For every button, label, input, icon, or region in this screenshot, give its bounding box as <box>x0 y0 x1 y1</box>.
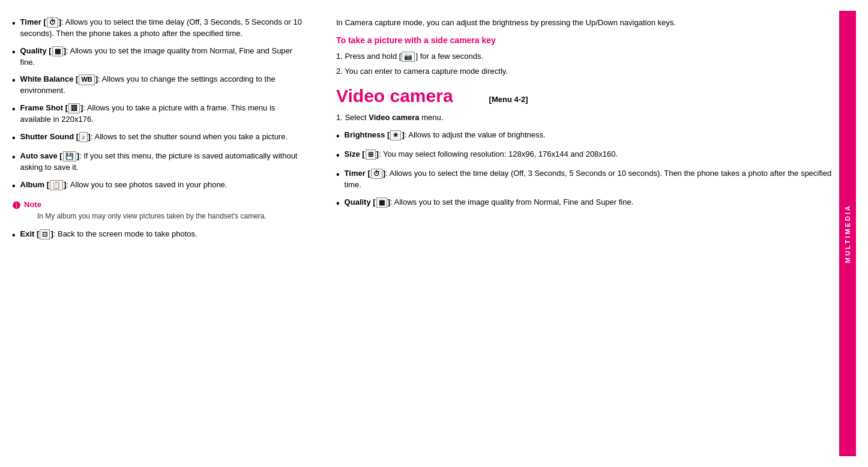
list-item: Timer [⏱]: Allows you to select the time… <box>12 17 306 40</box>
video-camera-list: Brightness [☀]: Allows to adjust the val… <box>336 130 839 210</box>
side-camera-steps: 1. Press and hold [📷] for a few seconds.… <box>336 51 839 77</box>
note-content: Note In My album you may only view pictu… <box>24 200 267 221</box>
item-label: Timer [⏱] <box>20 17 61 26</box>
right-column: In Camera capture mode, you can adjust t… <box>324 11 839 456</box>
camera-key-icon: 📷 <box>402 52 415 62</box>
item-label: Brightness [☀] <box>345 130 405 139</box>
item-text: Size [⊞]: You may select following resol… <box>345 149 618 160</box>
exit-icon: ⊡ <box>40 229 50 240</box>
item-label: Quality [▦] <box>345 197 390 206</box>
item-label: Size [⊞] <box>345 149 379 158</box>
note-icon: ❶ <box>12 200 20 211</box>
video-camera-bold: Video camera <box>369 113 419 122</box>
brightness-icon: ☀ <box>390 130 401 140</box>
left-bullet-list: Timer [⏱]: Allows you to select the time… <box>12 17 306 193</box>
list-item: Frame Shot [🖼]: Allows you to take a pic… <box>12 103 306 125</box>
video-camera-title: Video camera <box>336 86 453 106</box>
item-label: Timer [⏱] <box>345 169 385 178</box>
item-text: Album [📋]: Allow you to see photos saved… <box>20 179 228 191</box>
sidebar: MULTIMEDIA <box>839 11 856 456</box>
note-label: Note <box>24 200 41 209</box>
quality2-icon: ▦ <box>376 197 387 208</box>
item-text: Quality [▦]: Allows you to set the image… <box>345 197 634 208</box>
intro-text: In Camera capture mode, you can adjust t… <box>336 17 839 29</box>
note-body: In My album you may only view pictures t… <box>37 211 267 221</box>
list-item: Quality [▦]: Allows you to set the image… <box>336 197 839 210</box>
item-text: Timer [⏱]: Allows you to select the time… <box>345 168 839 191</box>
video-camera-header: Video camera [Menu 4-2] <box>336 86 839 106</box>
timer2-icon: ⏱ <box>371 169 382 179</box>
menu-tag: [Menu 4-2] <box>489 95 528 104</box>
item-text: White Balance [WB]: Allows you to change… <box>20 74 306 97</box>
item-label: Exit [⊡] <box>20 229 53 238</box>
note-section: ❶ Note In My album you may only view pic… <box>12 200 306 221</box>
item-text: Brightness [☀]: Allows to adjust the val… <box>345 130 546 141</box>
item-label: Album [📋] <box>20 180 67 189</box>
item-label: Quality [▦] <box>20 46 66 55</box>
list-item: 2. You can enter to camera capture mode … <box>336 66 839 77</box>
list-item: 1. Select Video camera menu. <box>336 112 839 124</box>
list-item: Quality [▦]: Allows you to set the image… <box>12 46 306 68</box>
item-label: Auto save [💾] <box>20 151 79 160</box>
item-label: White Balance [WB] <box>20 74 98 83</box>
list-item: Album [📋]: Allow you to see photos saved… <box>12 179 306 193</box>
size-icon: ⊞ <box>366 149 376 160</box>
item-label: Frame Shot [🖼] <box>20 103 83 112</box>
album-icon: 📋 <box>50 180 63 190</box>
item-text: Shutter Sound [♪]: Allows to set the shu… <box>20 131 288 143</box>
item-label: Shutter Sound [♪] <box>20 132 91 141</box>
shutter-icon: ♪ <box>79 132 88 142</box>
list-item: Timer [⏱]: Allows you to select the time… <box>336 168 839 191</box>
video-step1: 1. Select Video camera menu. <box>336 112 839 124</box>
sidebar-label: MULTIMEDIA <box>844 204 851 263</box>
item-text: Auto save [💾]: If you set this menu, the… <box>20 151 306 173</box>
list-item: 1. Press and hold [📷] for a few seconds. <box>336 51 839 62</box>
wb-icon: WB <box>79 74 94 85</box>
list-item: Shutter Sound [♪]: Allows to set the shu… <box>12 131 306 145</box>
exit-list: Exit [⊡]: Back to the screen mode to tak… <box>12 229 306 242</box>
item-text: Timer [⏱]: Allows you to select the time… <box>20 17 306 40</box>
quality-icon: ▦ <box>52 46 63 56</box>
list-item: White Balance [WB]: Allows you to change… <box>12 74 306 97</box>
timer-icon: ⏱ <box>47 17 58 28</box>
item-text: Frame Shot [🖼]: Allows you to take a pic… <box>20 103 306 125</box>
frame-icon: 🖼 <box>68 103 80 113</box>
left-column: Timer [⏱]: Allows you to select the time… <box>12 11 324 456</box>
side-camera-heading: To take a picture with a side camera key <box>336 35 839 47</box>
list-item: Exit [⊡]: Back to the screen mode to tak… <box>12 229 306 242</box>
list-item: Brightness [☀]: Allows to adjust the val… <box>336 130 839 143</box>
list-item: Size [⊞]: You may select following resol… <box>336 149 839 162</box>
item-text: Exit [⊡]: Back to the screen mode to tak… <box>20 229 197 240</box>
list-item: Auto save [💾]: If you set this menu, the… <box>12 151 306 173</box>
item-text: Quality [▦]: Allows you to set the image… <box>20 46 306 68</box>
autosave-icon: 💾 <box>63 151 76 161</box>
